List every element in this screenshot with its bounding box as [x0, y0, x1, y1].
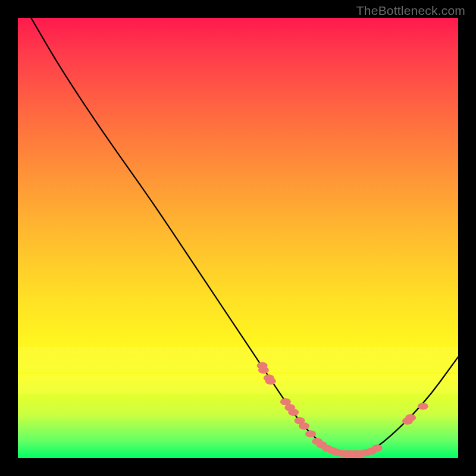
data-point	[299, 422, 309, 430]
data-point	[418, 403, 428, 410]
attribution-text: TheBottleneck.com	[356, 4, 465, 18]
bottleneck-curve	[31, 18, 458, 454]
chart-frame	[18, 18, 458, 458]
data-point	[305, 430, 316, 437]
data-point	[405, 414, 416, 421]
data-point	[258, 367, 269, 374]
chart-svg	[18, 18, 458, 458]
data-point	[265, 378, 276, 385]
data-points-group	[257, 362, 428, 458]
data-point	[372, 444, 383, 452]
data-point	[288, 409, 299, 416]
